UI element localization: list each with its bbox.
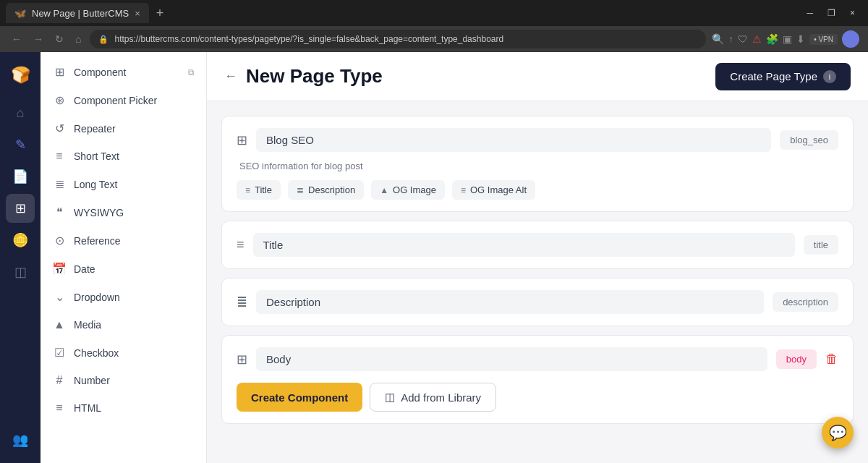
og-image-chip-label: OG Image [393,184,436,195]
og-image-alt-chip-icon: ≡ [461,185,466,195]
window-controls: ─ ❐ × [799,5,862,21]
url-box[interactable]: 🔒 https://buttercms.com/content-types/pa… [90,30,706,48]
sidebar-item-label-component: Component [74,67,126,78]
page-header: ← New Page Type Create Page Type i [207,52,868,101]
home-nav-button[interactable]: ⌂ [72,32,84,46]
add-from-library-button[interactable]: ◫ Add from Library [370,383,496,412]
chat-bubble[interactable]: 💬 [822,417,854,449]
sidebar-toggle-icon[interactable]: ▣ [783,33,792,45]
create-page-type-button[interactable]: Create Page Type i [715,63,851,90]
og-image-alt-chip-label: OG Image Alt [470,184,527,195]
sidebar-item-html[interactable]: ≡ HTML [41,394,206,422]
short-text-icon: ≡ [52,150,67,163]
sidebar-item-label-html: HTML [74,402,101,414]
media-icon: ▲ [52,318,67,331]
nav-pages[interactable]: 📄 [6,162,35,191]
tab-close-icon[interactable]: × [135,8,140,19]
checkbox-icon: ☑ [52,346,67,360]
minimize-button[interactable]: ─ [799,5,820,21]
sidebar-item-label-wysiwyg: WYSIWYG [74,207,124,218]
title-field-name: Title [253,233,795,257]
vpn-badge: • VPN [809,34,838,45]
browser-chrome: 🦋 New Page | ButterCMS × + ─ ❐ × ← → ↻ ⌂… [0,0,868,52]
nav-team[interactable]: 👥 [6,425,35,454]
tab-favicon: 🦋 [14,8,26,19]
description-card-icon: ≣ [237,294,247,310]
forward-nav-button[interactable]: → [30,32,46,46]
new-tab-button[interactable]: + [152,6,169,21]
field-chip-og-image: ▲ OG Image [371,180,445,200]
description-field-slug: description [773,292,838,312]
header-left: ← New Page Type [224,65,383,88]
body-card-actions: Create Component ◫ Add from Library [237,383,838,412]
library-icon: ◫ [385,391,395,404]
search-icon[interactable]: 🔍 [712,33,724,45]
title-field-slug: title [804,235,838,255]
title-chip-label: Title [255,184,272,195]
nav-components[interactable]: ◫ [6,258,35,286]
sidebar-item-label-component-picker: Component Picker [74,95,157,106]
downloads-icon[interactable]: ⬇ [796,33,805,45]
body-field-slug: body [776,349,817,369]
arrow-body-indicator: ↘ [207,311,210,334]
sidebar-item-short-text[interactable]: ≡ Short Text [41,143,206,170]
sidebar-item-date[interactable]: 📅 Date [41,255,206,283]
field-chip-og-image-alt: ≡ OG Image Alt [452,180,535,200]
sidebar-item-label-dropdown: Dropdown [74,292,120,303]
profile-avatar[interactable] [842,30,859,48]
description-card: ≣ Description description [221,278,854,326]
description-field-name: Description [256,290,764,314]
blog-seo-fields: ≡ Title ≣ Description ▲ OG Image ≡ OG Im… [237,180,838,200]
sidebar-item-label-media: Media [74,319,101,331]
sidebar-item-number[interactable]: # Number [41,367,206,394]
info-icon: i [823,70,836,83]
number-icon: # [52,374,67,387]
restore-button[interactable]: ❐ [820,5,843,21]
refresh-button[interactable]: ↻ [52,32,67,46]
title-card-icon: ≡ [237,237,244,252]
nav-blog[interactable]: ✎ [6,130,35,159]
create-component-button[interactable]: Create Component [237,383,362,412]
wysiwyg-icon: ❝ [52,205,67,219]
blog-seo-name: Blog SEO [256,128,771,152]
blog-seo-card: ⊞ Blog SEO blog_seo SEO information for … [221,116,854,212]
sidebar-item-repeater[interactable]: ↺ Repeater [41,114,206,143]
field-chip-title: ≡ Title [237,180,281,200]
sidebar-item-checkbox[interactable]: ☑ Checkbox [41,339,206,367]
nav-media[interactable]: 🪙 [6,226,35,255]
component-copy-icon: ⧉ [188,67,195,77]
close-button[interactable]: × [843,5,862,21]
blog-seo-icon: ⊞ [237,132,247,148]
body-field-name: Body [256,347,767,371]
html-icon: ≡ [52,402,67,415]
nav-home[interactable]: ⌂ [6,98,35,127]
sidebar-item-dropdown[interactable]: ⌄ Dropdown [41,283,206,311]
description-chip-icon: ≣ [297,185,304,195]
sidebar-item-wysiwyg[interactable]: ❝ WYSIWYG [41,198,206,226]
blog-seo-description: SEO information for blog post [237,161,838,171]
back-nav-button[interactable]: ← [9,32,25,46]
create-button-label: Create Page Type [730,70,817,82]
sidebar-item-component-picker[interactable]: ⊛ Component Picker ➔ [41,86,206,114]
body-card-header: ⊞ Body body 🗑 [237,347,838,371]
sidebar-item-label-short-text: Short Text [74,150,119,162]
tab-title: New Page | ButterCMS [32,8,129,19]
active-tab[interactable]: 🦋 New Page | ButterCMS × [6,3,149,23]
sidebar-item-label-date: Date [74,263,95,275]
sidebar-item-component[interactable]: ⊞ Component ⧉ [41,58,206,86]
back-button[interactable]: ← [224,69,237,84]
nav-logo[interactable]: 🍞 [6,61,35,90]
body-card-icon: ⊞ [237,352,247,368]
share-icon[interactable]: ↑ [728,33,733,45]
sidebar-item-label-number: Number [74,375,110,386]
long-text-icon: ≣ [52,177,67,191]
sidebar-item-media[interactable]: ▲ Media [41,311,206,339]
nav-content-types[interactable]: ⊞ [6,194,35,223]
sidebar-item-long-text[interactable]: ≣ Long Text [41,170,206,198]
component-picker-icon: ⊛ [52,93,67,107]
title-card: ≡ Title title [221,221,854,269]
extensions-icon[interactable]: 🧩 [766,33,778,45]
sidebar-item-reference[interactable]: ⊙ Reference [41,226,206,255]
delete-body-button[interactable]: 🗑 [825,352,838,367]
reference-icon: ⊙ [52,234,67,247]
